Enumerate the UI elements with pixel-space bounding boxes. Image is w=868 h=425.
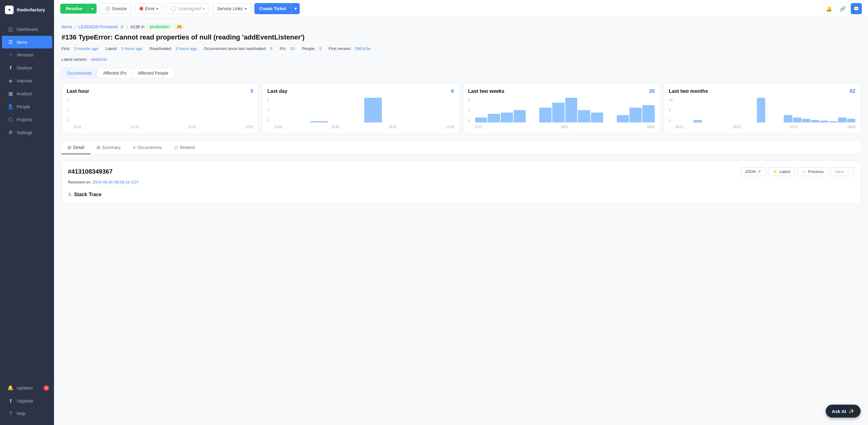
bell-icon-button[interactable]: 🔔 xyxy=(824,3,835,14)
sidebar-item-label: Updates xyxy=(17,386,33,390)
sidebar-nav: ◱ Dashboard ☰ Items ⑂ Versions ⬆ Deploys… xyxy=(0,20,54,379)
sidebar-item-versions[interactable]: ⑂ Versions xyxy=(2,49,52,61)
sidebar-item-projects[interactable]: ⬡ Projects xyxy=(2,113,52,126)
main-content: Resolve ▾ 🕐 Snooze Error ▾ Unassigned ▾ … xyxy=(54,0,868,425)
expand-icon[interactable]: ⇅ xyxy=(68,192,72,197)
chart-last-day-count[interactable]: 6 xyxy=(451,89,454,94)
chart-last-two-months-count[interactable]: 62 xyxy=(850,89,855,94)
breadcrumb-items-link[interactable]: Items xyxy=(61,24,72,29)
chart-bars xyxy=(676,98,855,123)
chart-bar xyxy=(629,108,642,123)
chart-last-two-weeks-count[interactable]: 26 xyxy=(649,89,655,94)
next-button[interactable]: Next → xyxy=(831,167,854,176)
people-value[interactable]: 3 xyxy=(319,46,321,51)
sidebar-item-improve[interactable]: ◈ Improve xyxy=(2,74,52,87)
ask-ai-button[interactable]: Ask AI ✨ xyxy=(826,405,861,418)
sidebar-item-items[interactable]: ☰ Items xyxy=(2,36,52,48)
latest-version-label: Latest version: xyxy=(61,57,88,62)
first-version-value[interactable]: 5963c3e xyxy=(355,46,371,51)
service-links-button[interactable]: Service Links ▾ xyxy=(212,3,251,14)
latest-button[interactable]: ⚡ Latest xyxy=(768,167,795,176)
tab-occurrences-label: Occurrences xyxy=(137,145,162,150)
sidebar-item-dashboard[interactable]: ◱ Dashboard xyxy=(2,23,52,35)
chat-icon-button[interactable]: 💬 xyxy=(851,3,862,14)
sidebar-item-settings[interactable]: ⚙ Settings xyxy=(2,126,52,139)
external-link-icon: ↗ xyxy=(757,169,761,174)
sidebar-item-label: Projects xyxy=(17,117,32,122)
reactivated-value[interactable]: 5 hours ago xyxy=(176,46,197,51)
chart-last-hour-header: Last hour 0 xyxy=(67,89,253,94)
resolve-button[interactable]: Resolve xyxy=(60,4,88,13)
tab-related[interactable]: ⬡ Related xyxy=(168,141,200,154)
clock-icon: 🕐 xyxy=(105,6,110,11)
sidebar-item-label: Versions xyxy=(17,53,33,57)
json-label: JSON xyxy=(745,169,756,174)
latest-value[interactable]: 5 hours ago xyxy=(121,46,143,51)
user-avatar-icon xyxy=(171,6,176,11)
chevron-down-icon: ▾ xyxy=(291,4,300,13)
chart-bar xyxy=(617,115,629,123)
sidebar-item-help[interactable]: ? Help xyxy=(2,407,52,420)
chart-bar xyxy=(757,98,765,123)
unassigned-button[interactable]: Unassigned ▾ xyxy=(166,3,209,14)
error-dot-icon xyxy=(140,7,143,10)
chart-bars xyxy=(475,98,655,123)
tab-occurrences[interactable]: Occurrences xyxy=(62,68,97,78)
sidebar-item-deploys[interactable]: ⬆ Deploys xyxy=(2,61,52,74)
received-label: Received on: xyxy=(68,180,91,185)
chart-bar xyxy=(501,112,513,123)
ips-value[interactable]: 10 xyxy=(290,46,294,51)
breadcrumb-sep-1: › xyxy=(74,24,76,29)
chart-bar xyxy=(552,103,564,123)
chart-last-two-weeks: Last two weeks 26 6 3 0 07/27 08/01 08/0… xyxy=(463,83,660,134)
first-version-label: First version: xyxy=(329,46,351,51)
sidebar-item-updates[interactable]: 🔔 Updates 3 xyxy=(2,382,52,394)
tab-summary[interactable]: ⊞ Summary xyxy=(90,141,127,154)
chart-bar xyxy=(829,121,837,123)
chart-last-day-area: 6 3 0 12:00 20:00 04:00 12:00 xyxy=(267,98,454,129)
sidebar-item-analyze[interactable]: ▦ Analyze xyxy=(2,87,52,100)
ai-icon: ✨ xyxy=(848,408,855,414)
tab-occurrences-detail[interactable]: ≡ Occurrences xyxy=(127,141,168,154)
received-on: Received on: 2024-08-06 08:09:16 CDT xyxy=(68,180,854,185)
tab-affected-people[interactable]: Affected People xyxy=(132,68,174,78)
json-button[interactable]: JSON ↗ xyxy=(741,167,766,176)
chart-last-hour-count[interactable]: 0 xyxy=(250,89,253,94)
resolve-dropdown-button[interactable]: ▾ xyxy=(88,4,97,13)
received-date[interactable]: 2024-08-06 08:09:16 CDT xyxy=(93,180,139,185)
sidebar-logo[interactable]: ✦ thedevfactory xyxy=(0,0,54,20)
gear-icon[interactable]: ⚙ xyxy=(120,24,124,29)
people-label: People: xyxy=(302,46,315,51)
meta-sep-5 xyxy=(296,46,298,51)
bell-icon: 🔔 xyxy=(826,6,832,12)
deploys-icon: ⬆ xyxy=(7,65,13,71)
error-button[interactable]: Error ▾ xyxy=(135,3,163,14)
issue-title: #136 TypeError: Cannot read properties o… xyxy=(61,33,861,41)
detail-tab-icon: ⊟ xyxy=(68,145,71,150)
sidebar-item-people[interactable]: 👤 People xyxy=(2,100,52,113)
occurrences-label: Occurrences since last reactivated: xyxy=(204,46,267,51)
help-icon: ? xyxy=(7,411,13,416)
meta-sep-2 xyxy=(144,46,146,51)
breadcrumb-issue-number: #136 in xyxy=(130,24,145,29)
first-value[interactable]: 3 months ago xyxy=(74,46,98,51)
occurrence-id: #413108349367 xyxy=(68,168,113,175)
previous-button[interactable]: ← Previous xyxy=(798,167,829,176)
meta-sep-6 xyxy=(322,46,325,51)
stack-trace-header: ⇅ Stack Trace xyxy=(68,189,854,197)
sidebar: ✦ thedevfactory ◱ Dashboard ☰ Items ⑂ Ve… xyxy=(0,0,54,425)
ask-ai-label: Ask AI xyxy=(832,408,846,414)
tab-detail[interactable]: ⊟ Detail xyxy=(61,141,90,154)
lightning-icon: ⚡ xyxy=(773,169,778,174)
breadcrumb-project-link[interactable]: LEADADD-Frontend xyxy=(79,24,118,29)
link-icon-button[interactable]: 🔗 xyxy=(837,3,848,14)
tab-affected-ips[interactable]: Affected IPs xyxy=(97,68,132,78)
snooze-button[interactable]: 🕐 Snooze xyxy=(100,3,132,14)
sidebar-item-upgrade[interactable]: ⬆ Upgrade xyxy=(2,394,52,407)
chart-y-labels: 10 5 0 xyxy=(669,98,673,123)
latest-version-value[interactable]: eb9d24b xyxy=(91,57,107,62)
chart-last-day: Last day 6 6 3 0 12:00 20:00 04:00 12:00 xyxy=(262,83,459,134)
versions-icon: ⑂ xyxy=(7,52,13,58)
create-ticket-button[interactable]: Create Ticket ▾ xyxy=(254,3,300,14)
occurrences-value[interactable]: 5 xyxy=(270,46,272,51)
